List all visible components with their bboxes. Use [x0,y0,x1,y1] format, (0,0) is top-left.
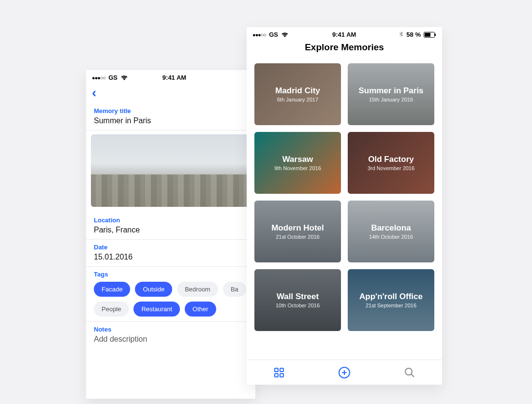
tag-chip[interactable]: Outside [135,282,172,297]
memory-card-date: 10th October 2016 [276,303,320,308]
bluetooth-icon [399,31,403,38]
edit-memory-screen: ●●●○○ GS 9:41 AM ‹ Memory title Summer i… [86,70,255,399]
notes-input[interactable]: Add description [94,335,248,344]
memory-card-title: Madrid City [271,86,324,96]
search-tab[interactable] [404,367,415,378]
date-label: Date [94,244,248,251]
add-button[interactable] [338,366,351,379]
memory-card[interactable]: Wall Street10th October 2016 [254,269,341,331]
svg-rect-4 [280,368,283,372]
status-bar: ●●●○○ GS 9:41 AM 58 % [247,27,442,40]
tag-chip[interactable]: Restaurant [133,302,180,317]
memory-card-title: Summer in Paris [355,86,427,96]
tags-label: Tags [94,271,248,278]
tab-bar [247,360,442,385]
memory-photo[interactable] [91,134,251,207]
memory-card-date: 21st September 2016 [366,303,416,308]
date-input[interactable]: 15.01.2016 [94,253,248,261]
memory-card-title: Modern Hotel [267,223,328,233]
signal-dots: ●●●○○ [92,75,105,81]
page-title: Explore Memories [247,40,442,58]
memory-card[interactable]: App'n'roll Office21st September 2016 [348,269,434,331]
memory-card[interactable]: Old Factory3rd November 2016 [348,132,434,194]
memory-card-title: Old Factory [364,155,417,164]
memory-card[interactable]: Modern Hotel21st October 2016 [254,201,341,262]
explore-memories-screen: ●●●○○ GS 9:41 AM 58 % Explore Memories M… [247,27,442,385]
tag-chip[interactable]: Bedroom [177,282,218,297]
wifi-icon [120,75,128,81]
back-button[interactable]: ‹ [92,85,96,100]
wifi-icon [281,32,289,38]
memory-card-date: 6th January 2017 [277,97,318,102]
signal-dots: ●●●○○ [252,32,266,38]
memory-card-date: 21st October 2016 [276,234,320,240]
svg-point-10 [405,368,412,375]
memory-card-date: 3rd November 2016 [368,165,414,171]
memory-card[interactable]: Barcelona14th October 2016 [348,201,434,262]
battery-text: 58 % [406,31,421,38]
tag-chip[interactable]: Facade [94,282,130,297]
location-label: Location [94,216,248,224]
tag-chip[interactable]: Ba [223,282,246,297]
memory-card-title: Barcelona [367,223,414,233]
svg-rect-1 [425,33,430,37]
carrier-label: GS [269,31,278,38]
memory-card[interactable]: Madrid City6th January 2017 [254,63,341,125]
memory-card-date: 14th October 2016 [369,234,413,240]
svg-rect-5 [275,374,278,377]
carrier-label: GS [108,74,118,81]
grid-tab[interactable] [274,367,284,378]
svg-line-11 [411,374,414,377]
tag-chip[interactable]: People [94,302,129,317]
notes-label: Notes [94,326,248,333]
memory-card-title: Wall Street [273,292,323,302]
memory-card-title: Warsaw [279,155,317,164]
tag-chip[interactable]: Other [185,302,216,317]
location-input[interactable]: Paris, France [94,226,248,234]
status-time: 9:41 AM [332,31,356,38]
battery-icon [424,32,436,38]
svg-rect-3 [275,368,278,372]
svg-rect-6 [280,374,283,377]
svg-rect-2 [435,33,436,36]
nav-bar: ‹ [86,83,255,103]
memory-title-label: Memory title [94,107,248,115]
memories-grid: Madrid City6th January 2017Summer in Par… [247,58,442,331]
memory-card-date: 15th January 2016 [369,97,413,102]
memory-card[interactable]: Warsaw9th November 2016 [254,132,341,194]
memory-card-date: 9th November 2016 [274,165,321,171]
status-time: 9:41 AM [163,74,186,81]
memory-card-title: App'n'roll Office [355,292,427,302]
status-bar: ●●●○○ GS 9:41 AM [86,70,255,83]
tags-row: FacadeOutsideBedroomBaPeopleRestaurantOt… [94,282,248,317]
memory-card[interactable]: Summer in Paris15th January 2016 [348,63,434,125]
memory-title-input[interactable]: Summer in Paris [94,116,248,125]
